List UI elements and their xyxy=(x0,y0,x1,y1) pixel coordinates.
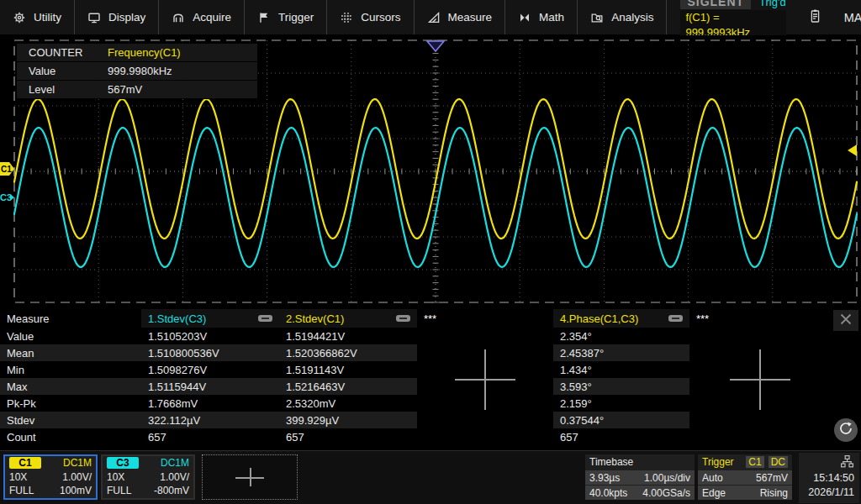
offset-value: 100mV xyxy=(60,485,92,496)
trigger-type: Edge xyxy=(702,487,726,499)
measure-column-header-empty-2[interactable]: *** xyxy=(689,309,831,328)
measure-value-cell: 657 xyxy=(553,428,689,445)
clipboard-icon xyxy=(808,8,822,27)
counter-level-label: Level xyxy=(17,83,108,96)
close-icon xyxy=(839,312,853,329)
measure-column-header-phase[interactable]: 4.Phase(C1,C3) xyxy=(553,309,689,328)
cursor-grid-icon xyxy=(340,11,353,24)
offset-value: -800mV xyxy=(154,485,189,496)
counter-header-row: COUNTER Frequency(C1) xyxy=(17,44,257,62)
measure-panel-title: Measure xyxy=(0,309,141,328)
waveform-display: C1C3 COUNTER Frequency(C1) Value 999.998… xyxy=(0,35,861,309)
menu-item-label: Trigger xyxy=(278,11,314,24)
measure-value-cell: 1.5216463V xyxy=(279,378,417,395)
refresh-icon xyxy=(838,421,853,439)
menu-item-cursors[interactable]: Cursors xyxy=(327,0,414,34)
channel-box-c1[interactable]: C1 DC1M 10X 1.00V/ FULL 100mV xyxy=(3,454,98,500)
measure-row-stdev: Stdev322.112µV399.929µV0.37544° xyxy=(0,412,861,428)
monitor-icon xyxy=(87,11,101,24)
add-measurement-button[interactable] xyxy=(455,349,515,410)
menu-item-label: Math xyxy=(539,11,564,24)
measure-value-cell: 1.7668mV xyxy=(141,395,279,412)
counter-overlay: COUNTER Frequency(C1) Value 999.9980kHz … xyxy=(17,44,257,99)
sample-rate: 4.00GSa/s xyxy=(642,487,690,499)
measure-value-cell: 1.5105203V xyxy=(141,328,279,344)
measure-value-cell: 657 xyxy=(279,428,417,445)
memory-depth: 40.0kpts xyxy=(589,487,627,499)
menu-item-label: Acquire xyxy=(193,11,231,24)
attenuation-value: 10X xyxy=(9,471,27,483)
channel-badge-c1: C1 xyxy=(9,457,41,469)
menu-item-acquire[interactable]: Acquire xyxy=(159,0,245,34)
trigger-position-marker[interactable] xyxy=(427,41,444,51)
trigger-status-badge: Trig'd xyxy=(759,0,786,8)
menu-item-math-trace[interactable]: MATH xyxy=(786,0,861,34)
counter-value-label: Value xyxy=(17,65,108,77)
counter-value: 999.9980kHz xyxy=(108,65,257,77)
trigger-box[interactable]: Trigger C1 DC Auto 567mV Edge Rising xyxy=(698,454,792,500)
c3-zero-marker[interactable] xyxy=(10,194,14,201)
measure-table-header: Measure 1.Stdev(C3) 2.Stdev(C1) *** 4.Ph… xyxy=(0,309,861,328)
measure-column-header-empty-1[interactable]: *** xyxy=(417,309,553,328)
add-measurement-button[interactable] xyxy=(730,349,790,410)
timebase-delay: 3.93µs xyxy=(589,472,620,484)
measure-row-label: Max xyxy=(0,378,141,395)
measure-value-cell: 1.5098276V xyxy=(141,361,279,378)
system-date: 2026/1/11 xyxy=(808,486,854,500)
measure-value-cell: 2.45387° xyxy=(553,344,689,361)
menu-item-display[interactable]: Display xyxy=(75,0,159,34)
add-channel-button[interactable] xyxy=(202,454,298,500)
trigger-level-marker[interactable] xyxy=(848,144,857,156)
measure-column-header-stdev-c3[interactable]: 1.Stdev(C3) xyxy=(141,309,279,328)
measure-value-cell: 0.37544° xyxy=(553,412,689,428)
counter-source: Frequency(C1) xyxy=(108,46,257,59)
plus-icon xyxy=(235,468,264,486)
counter-title: COUNTER xyxy=(17,46,108,59)
measure-value-cell: 1.434° xyxy=(553,361,689,378)
set-square-icon xyxy=(427,11,441,24)
menu-item-label: Cursors xyxy=(361,11,400,24)
timebase-scale: 1.00µs/div xyxy=(644,472,690,484)
timebase-box[interactable]: Timebase 3.93µs 1.00µs/div 40.0kpts 4.00… xyxy=(585,454,695,500)
measure-value-cell xyxy=(689,412,831,428)
measure-value-cell xyxy=(417,428,553,445)
measure-value-cell xyxy=(417,412,553,428)
channel-box-c3[interactable]: C3 DC1M 10X 1.00V/ FULL -800mV xyxy=(101,454,195,500)
volts-per-div: 1.00V/ xyxy=(62,471,92,483)
menu-item-label: Utility xyxy=(34,11,61,24)
close-measure-panel-button[interactable] xyxy=(833,310,858,331)
remove-measurement-button[interactable] xyxy=(668,315,683,322)
measure-row-label: Value xyxy=(0,328,141,344)
coupling-value: DC1M xyxy=(161,457,189,469)
menu-item-measure[interactable]: Measure xyxy=(415,0,506,34)
clock-box: 15:14:50 2026/1/11 xyxy=(799,453,859,503)
remove-measurement-button[interactable] xyxy=(258,315,272,322)
menu-item-math[interactable]: Math xyxy=(505,0,578,34)
channel-badge-c3: C3 xyxy=(107,457,139,469)
siglent-logo: SIGLENT xyxy=(680,0,751,9)
measure-row-label: Pk-Pk xyxy=(0,395,141,412)
measure-value-cell: 1.5115944V xyxy=(141,378,279,395)
menu-bar: Utility Display Acquire Trigger Cur xyxy=(0,0,861,35)
bottom-status-bar: C1 DC1M 10X 1.00V/ FULL 100mV C3 DC1M 10… xyxy=(0,450,861,504)
menu-item-analysis[interactable]: Analysis xyxy=(578,0,667,34)
menu-item-utility[interactable]: Utility xyxy=(0,0,75,34)
measure-row-label: Mean xyxy=(0,344,141,361)
menu-item-trigger[interactable]: Trigger xyxy=(245,0,327,34)
trigger-title: Trigger xyxy=(702,456,734,468)
trigger-source-chip: C1 xyxy=(746,456,763,468)
arch-icon xyxy=(172,11,185,24)
remove-measurement-button[interactable] xyxy=(396,315,410,322)
measure-panel: Measure 1.Stdev(C3) 2.Stdev(C1) *** 4.Ph… xyxy=(0,309,861,450)
reset-statistics-button[interactable] xyxy=(834,418,858,442)
math-trace-label: MATH xyxy=(844,11,861,24)
measure-value-cell: 657 xyxy=(141,428,279,445)
trigger-level: 567mV xyxy=(756,472,788,484)
measure-row-value: Value1.5105203V1.5194421V2.354° xyxy=(0,328,861,344)
menu-item-label: Measure xyxy=(448,11,493,24)
measure-column-header-stdev-c1[interactable]: 2.Stdev(C1) xyxy=(279,309,417,328)
bowtie-icon xyxy=(518,11,531,24)
measure-value-cell: 2.5320mV xyxy=(279,395,417,412)
menu-item-label: Display xyxy=(108,11,145,24)
measure-value-cell: 1.5191143V xyxy=(279,361,417,378)
